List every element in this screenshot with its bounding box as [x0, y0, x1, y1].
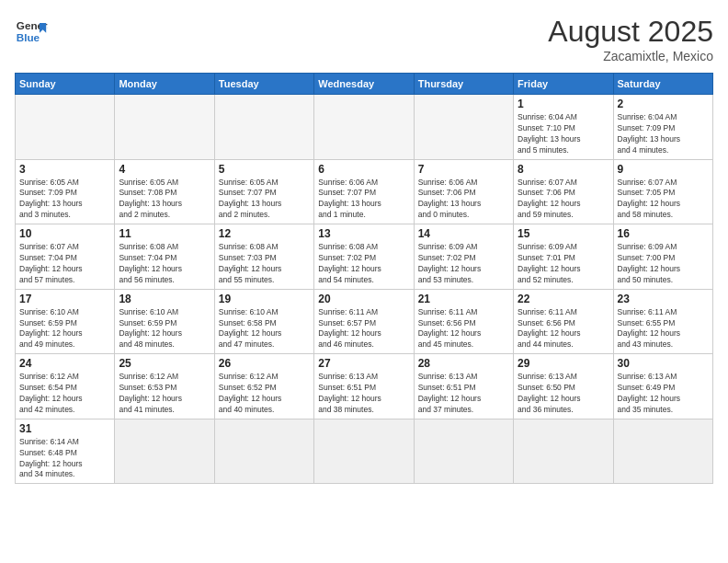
day-number: 5 — [219, 163, 310, 176]
day-info: Sunrise: 6:09 AM Sunset: 7:01 PM Dayligh… — [518, 242, 609, 286]
day-number: 7 — [418, 163, 509, 176]
calendar-day-cell — [214, 419, 313, 484]
day-number: 12 — [219, 227, 310, 240]
calendar-day-cell — [16, 95, 115, 160]
day-number: 30 — [618, 357, 709, 370]
weekday-header-monday: Monday — [115, 74, 214, 95]
day-info: Sunrise: 6:09 AM Sunset: 7:02 PM Dayligh… — [418, 242, 509, 286]
calendar-day-cell — [613, 419, 712, 484]
day-info: Sunrise: 6:13 AM Sunset: 6:51 PM Dayligh… — [418, 372, 509, 416]
calendar-day-cell — [214, 95, 313, 160]
day-number: 18 — [119, 293, 210, 305]
calendar-day-cell: 5Sunrise: 6:05 AM Sunset: 7:07 PM Daylig… — [214, 159, 313, 224]
day-info: Sunrise: 6:08 AM Sunset: 7:02 PM Dayligh… — [318, 242, 409, 286]
calendar-day-cell: 12Sunrise: 6:08 AM Sunset: 7:03 PM Dayli… — [214, 224, 313, 290]
day-info: Sunrise: 6:13 AM Sunset: 6:51 PM Dayligh… — [318, 372, 409, 416]
calendar-day-cell — [314, 95, 414, 160]
calendar-day-cell: 10Sunrise: 6:07 AM Sunset: 7:04 PM Dayli… — [16, 224, 115, 290]
day-info: Sunrise: 6:11 AM Sunset: 6:56 PM Dayligh… — [418, 307, 509, 351]
weekday-header-sunday: Sunday — [16, 74, 115, 95]
calendar-day-cell: 13Sunrise: 6:08 AM Sunset: 7:02 PM Dayli… — [314, 224, 414, 290]
calendar-day-cell: 6Sunrise: 6:06 AM Sunset: 7:07 PM Daylig… — [314, 159, 414, 224]
day-number: 1 — [518, 98, 609, 110]
day-info: Sunrise: 6:11 AM Sunset: 6:57 PM Dayligh… — [318, 307, 409, 351]
day-info: Sunrise: 6:07 AM Sunset: 7:05 PM Dayligh… — [618, 178, 709, 222]
day-number: 9 — [618, 163, 709, 176]
weekday-header-friday: Friday — [514, 74, 613, 95]
calendar-week-row: 3Sunrise: 6:05 AM Sunset: 7:09 PM Daylig… — [16, 159, 713, 224]
calendar-day-cell: 1Sunrise: 6:04 AM Sunset: 7:10 PM Daylig… — [514, 95, 613, 160]
day-info: Sunrise: 6:10 AM Sunset: 6:58 PM Dayligh… — [219, 307, 310, 351]
day-number: 21 — [418, 293, 509, 305]
day-info: Sunrise: 6:08 AM Sunset: 7:04 PM Dayligh… — [119, 242, 210, 286]
calendar-week-row: 31Sunrise: 6:14 AM Sunset: 6:48 PM Dayli… — [16, 419, 713, 484]
day-number: 15 — [518, 227, 609, 240]
day-number: 14 — [418, 227, 509, 240]
day-number: 16 — [618, 227, 709, 240]
calendar-day-cell — [314, 419, 414, 484]
weekday-header-tuesday: Tuesday — [214, 74, 313, 95]
day-number: 27 — [318, 357, 409, 370]
calendar-day-cell — [414, 95, 513, 160]
calendar-day-cell: 30Sunrise: 6:13 AM Sunset: 6:49 PM Dayli… — [613, 354, 712, 419]
day-number: 25 — [119, 357, 210, 370]
day-info: Sunrise: 6:10 AM Sunset: 6:59 PM Dayligh… — [19, 307, 110, 351]
calendar-day-cell: 18Sunrise: 6:10 AM Sunset: 6:59 PM Dayli… — [115, 289, 214, 354]
day-info: Sunrise: 6:08 AM Sunset: 7:03 PM Dayligh… — [219, 242, 310, 286]
day-number: 20 — [318, 293, 409, 305]
day-number: 17 — [19, 293, 110, 305]
calendar-day-cell: 16Sunrise: 6:09 AM Sunset: 7:00 PM Dayli… — [613, 224, 712, 290]
calendar-day-cell: 19Sunrise: 6:10 AM Sunset: 6:58 PM Dayli… — [214, 289, 313, 354]
day-info: Sunrise: 6:06 AM Sunset: 7:07 PM Dayligh… — [318, 178, 409, 222]
day-number: 2 — [618, 98, 709, 110]
day-info: Sunrise: 6:13 AM Sunset: 6:49 PM Dayligh… — [618, 372, 709, 416]
day-number: 6 — [318, 163, 409, 176]
day-info: Sunrise: 6:12 AM Sunset: 6:53 PM Dayligh… — [119, 372, 210, 416]
day-number: 23 — [618, 293, 709, 305]
day-number: 4 — [119, 163, 210, 176]
calendar-day-cell — [115, 95, 214, 160]
calendar-day-cell: 20Sunrise: 6:11 AM Sunset: 6:57 PM Dayli… — [314, 289, 414, 354]
day-info: Sunrise: 6:07 AM Sunset: 7:06 PM Dayligh… — [518, 178, 609, 222]
month-year-title: August 2025 — [548, 15, 713, 49]
calendar-day-cell: 25Sunrise: 6:12 AM Sunset: 6:53 PM Dayli… — [115, 354, 214, 419]
location-subtitle: Zacamixtle, Mexico — [548, 49, 713, 63]
calendar-day-cell: 11Sunrise: 6:08 AM Sunset: 7:04 PM Dayli… — [115, 224, 214, 290]
day-info: Sunrise: 6:10 AM Sunset: 6:59 PM Dayligh… — [119, 307, 210, 351]
calendar-day-cell — [514, 419, 613, 484]
day-number: 13 — [318, 227, 409, 240]
title-block: August 2025 Zacamixtle, Mexico — [548, 15, 713, 63]
logo: General Blue — [15, 15, 48, 48]
calendar-day-cell — [414, 419, 513, 484]
calendar-day-cell: 28Sunrise: 6:13 AM Sunset: 6:51 PM Dayli… — [414, 354, 513, 419]
calendar-day-cell: 14Sunrise: 6:09 AM Sunset: 7:02 PM Dayli… — [414, 224, 513, 290]
calendar-day-cell: 29Sunrise: 6:13 AM Sunset: 6:50 PM Dayli… — [514, 354, 613, 419]
calendar-day-cell: 7Sunrise: 6:06 AM Sunset: 7:06 PM Daylig… — [414, 159, 513, 224]
day-number: 29 — [518, 357, 609, 370]
day-info: Sunrise: 6:05 AM Sunset: 7:08 PM Dayligh… — [119, 178, 210, 222]
calendar-day-cell: 24Sunrise: 6:12 AM Sunset: 6:54 PM Dayli… — [16, 354, 115, 419]
calendar-day-cell: 2Sunrise: 6:04 AM Sunset: 7:09 PM Daylig… — [613, 95, 712, 160]
day-info: Sunrise: 6:07 AM Sunset: 7:04 PM Dayligh… — [19, 242, 110, 286]
day-number: 3 — [19, 163, 110, 176]
calendar-week-row: 10Sunrise: 6:07 AM Sunset: 7:04 PM Dayli… — [16, 224, 713, 290]
day-info: Sunrise: 6:14 AM Sunset: 6:48 PM Dayligh… — [19, 437, 110, 481]
calendar-day-cell: 8Sunrise: 6:07 AM Sunset: 7:06 PM Daylig… — [514, 159, 613, 224]
calendar-day-cell: 17Sunrise: 6:10 AM Sunset: 6:59 PM Dayli… — [16, 289, 115, 354]
day-number: 26 — [219, 357, 310, 370]
day-number: 19 — [219, 293, 310, 305]
day-number: 8 — [518, 163, 609, 176]
day-info: Sunrise: 6:13 AM Sunset: 6:50 PM Dayligh… — [518, 372, 609, 416]
day-info: Sunrise: 6:11 AM Sunset: 6:55 PM Dayligh… — [618, 307, 709, 351]
calendar-day-cell: 21Sunrise: 6:11 AM Sunset: 6:56 PM Dayli… — [414, 289, 513, 354]
day-info: Sunrise: 6:05 AM Sunset: 7:07 PM Dayligh… — [219, 178, 310, 222]
calendar-week-row: 1Sunrise: 6:04 AM Sunset: 7:10 PM Daylig… — [16, 95, 713, 160]
day-number: 11 — [119, 227, 210, 240]
calendar-day-cell: 4Sunrise: 6:05 AM Sunset: 7:08 PM Daylig… — [115, 159, 214, 224]
calendar-week-row: 24Sunrise: 6:12 AM Sunset: 6:54 PM Dayli… — [16, 354, 713, 419]
day-number: 24 — [19, 357, 110, 370]
day-info: Sunrise: 6:12 AM Sunset: 6:52 PM Dayligh… — [219, 372, 310, 416]
calendar-day-cell: 31Sunrise: 6:14 AM Sunset: 6:48 PM Dayli… — [16, 419, 115, 484]
page-header: General Blue August 2025 Zacamixtle, Mex… — [15, 15, 713, 63]
weekday-header-row: SundayMondayTuesdayWednesdayThursdayFrid… — [16, 74, 713, 95]
